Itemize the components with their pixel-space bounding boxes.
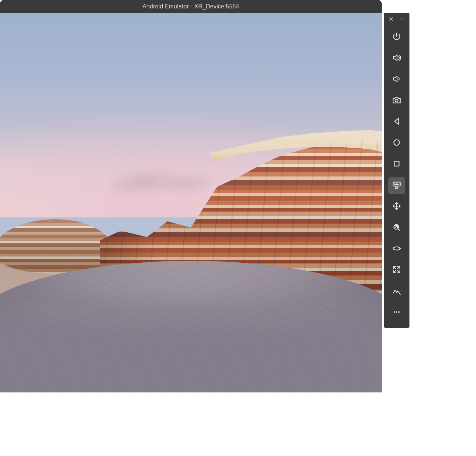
scene-icon — [392, 286, 401, 297]
svg-point-9 — [398, 311, 400, 313]
back-button[interactable] — [388, 114, 405, 130]
volume-down-icon — [392, 74, 401, 85]
titlebar[interactable]: Android Emulator - XR_Device:5554 — [0, 0, 382, 13]
power-button[interactable] — [388, 29, 405, 46]
svg-rect-3 — [393, 182, 400, 186]
minimize-button[interactable] — [398, 16, 406, 24]
power-icon — [392, 32, 401, 43]
svg-rect-2 — [394, 162, 399, 166]
emulator-viewport[interactable] — [0, 13, 382, 392]
more-button[interactable] — [388, 304, 405, 321]
window-title: Android Emulator - XR_Device:5554 — [143, 3, 239, 10]
svg-point-8 — [396, 311, 397, 313]
emulator-toolbar — [384, 13, 409, 328]
zoom-button[interactable] — [388, 220, 405, 236]
close-button[interactable] — [387, 16, 395, 24]
move-button[interactable] — [388, 198, 405, 215]
home-button[interactable] — [388, 135, 405, 152]
reset-view-icon — [392, 265, 401, 276]
camera-icon — [392, 95, 401, 106]
rotate-button[interactable] — [388, 241, 405, 258]
svg-point-6 — [393, 247, 400, 250]
home-icon — [392, 138, 401, 149]
scene-left-mound — [0, 219, 113, 274]
close-icon — [389, 16, 394, 23]
background-area-right — [409, 0, 476, 456]
volume-up-button[interactable] — [388, 50, 405, 67]
input-mode-button[interactable] — [388, 177, 405, 194]
volume-up-icon — [392, 53, 401, 64]
volume-down-button[interactable] — [388, 71, 405, 88]
overview-icon — [392, 159, 401, 170]
rotate-icon — [392, 244, 401, 255]
overview-button[interactable] — [388, 156, 405, 173]
svg-point-0 — [395, 99, 398, 102]
svg-point-7 — [394, 311, 395, 313]
screenshot-button[interactable] — [388, 92, 405, 109]
scene-foreground — [0, 261, 382, 392]
zoom-icon — [392, 223, 401, 233]
minimize-icon — [400, 16, 405, 23]
emulator-window: Android Emulator - XR_Device:5554 — [0, 0, 382, 392]
back-icon — [392, 117, 401, 128]
more-icon — [392, 307, 401, 318]
svg-point-1 — [394, 140, 399, 145]
reset-view-button[interactable] — [388, 262, 405, 279]
svg-rect-4 — [396, 187, 398, 188]
move-icon — [392, 201, 401, 212]
virtual-scene-button[interactable] — [388, 283, 405, 300]
hand-tracking-icon — [392, 180, 401, 191]
background-area-bottom — [0, 392, 476, 456]
